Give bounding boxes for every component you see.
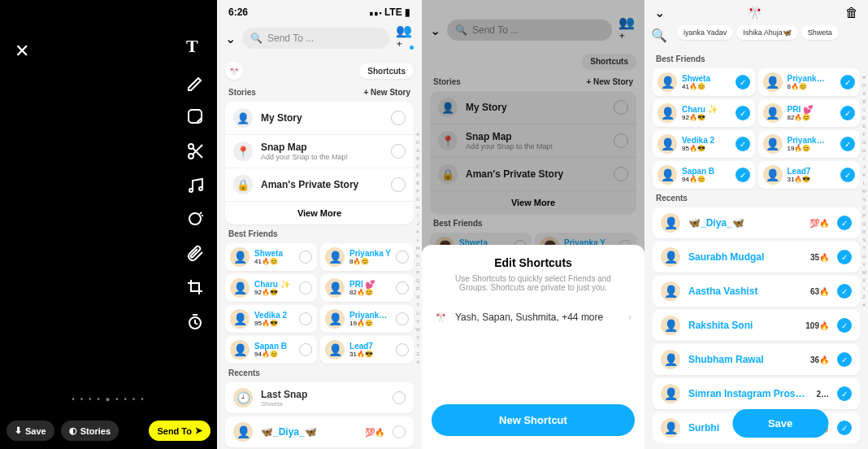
bf-cell[interactable]: 👤Vedika 295🔥😎✓ [653,130,755,158]
bf-cell[interactable]: 👤Priyank…8🔥😊✓ [758,68,861,96]
bf-cell[interactable]: 👤Shweta41🔥😊✓ [653,68,755,96]
crop-icon[interactable] [186,278,204,296]
check-icon[interactable]: ✓ [840,168,855,182]
recent-row[interactable]: 🕘Last SnapShweta [225,382,414,413]
select-ring[interactable] [391,144,406,159]
select-ring[interactable] [299,251,312,264]
search-icon: 🔍 [651,28,666,43]
select-ring[interactable] [391,177,406,192]
chevron-down-icon[interactable]: ⌄ [225,31,236,46]
view-more-button[interactable]: View More [225,201,414,224]
check-icon[interactable]: ✓ [736,106,750,120]
select-ring[interactable] [299,281,312,294]
select-ring[interactable] [391,111,406,125]
close-icon[interactable]: ✕ [15,41,29,62]
trash-icon[interactable]: 🗑 [845,6,858,20]
save-button[interactable]: Save [732,409,828,438]
select-ring[interactable] [396,312,409,325]
check-icon[interactable]: ✓ [837,352,852,367]
select-ring[interactable] [393,391,406,404]
recent-row[interactable]: 👤Rakshita Soni109🔥✓ [653,310,860,341]
top-bar: ⌄ 🎌 🗑 [644,0,868,25]
check-icon[interactable]: ✓ [837,250,852,264]
check-icon[interactable]: ✓ [840,106,855,120]
check-icon[interactable]: ✓ [736,137,750,151]
avatar: 👤 [233,108,253,128]
bf-cell[interactable]: 👤Sapan B94🔥😊✓ [653,161,755,189]
bf-cell[interactable]: 👤PRI 💕82🔥😊 [320,274,414,302]
bf-cell[interactable]: 👤Priyank…19🔥😊✓ [758,130,861,158]
shortcuts-button[interactable]: Shortcuts [359,63,414,79]
bf-cell[interactable]: 👤Sapan B94🔥😊 [225,336,317,364]
bf-cell[interactable]: 👤Shweta41🔥😊 [225,243,317,271]
avatar: 👤 [661,247,680,267]
check-icon[interactable]: ✓ [837,421,852,435]
pencil-icon[interactable] [186,73,204,91]
search-input[interactable]: 🔍Send To ... [242,28,389,49]
avatar: 👤 [658,103,677,123]
story-row[interactable]: 👤My Story [225,102,414,134]
avatar: 👤 [325,340,345,360]
select-ring[interactable] [396,343,409,356]
avatar: 👤 [233,422,253,442]
recent-row[interactable]: 👤Simran Instagram Prospect2…✓ [653,378,860,409]
bf-cell[interactable]: 👤PRI 💕82🔥😊✓ [758,99,861,127]
story-row[interactable]: 📍Snap MapAdd your Snap to the Map! [225,134,414,168]
svg-point-5 [189,213,201,224]
select-ring[interactable] [299,312,312,325]
attach-icon[interactable] [186,244,204,262]
bf-cell[interactable]: 👤Priyank…19🔥😊 [320,305,414,333]
chip[interactable]: Shweta [801,25,839,40]
recent-row[interactable]: 👤Saurabh Mudgal35🔥✓ [653,242,860,272]
chevron-down-icon[interactable]: ⌄ [654,5,665,20]
shortcut-flag-button[interactable]: 🎌 [225,62,243,80]
bf-cell[interactable]: 👤Vedika 295🔥😎 [225,305,317,333]
edit-shortcuts-sheet: Edit Shortcuts Use Shortcuts to quickly … [422,245,644,449]
recent-row[interactable]: 👤Shubham Rawal36🔥✓ [653,344,860,375]
chip[interactable]: iyanka Yadav [677,25,733,40]
bf-cell[interactable]: 👤Lead731🔥😎 [320,336,414,364]
recent-row[interactable]: 👤🦋_Diya_🦋💯🔥 [225,416,414,447]
search-icon: 🔍 [250,33,263,44]
bf-cell[interactable]: 👤Lead731🔥😎✓ [758,161,861,189]
select-ring[interactable] [396,281,409,294]
text-icon[interactable]: T [186,36,204,57]
check-icon[interactable]: ✓ [840,75,855,89]
sticker-icon[interactable] [186,107,204,125]
check-icon[interactable]: ✓ [837,386,852,401]
bestfriends-grid: 👤Shweta41🔥😊👤Priyanka Y8🔥😊👤Charu ✨92🔥😎👤PR… [217,243,422,364]
shortcut-row[interactable]: 🎌 Yash, Sapan, Sushmita, +44 more › [432,303,635,331]
check-icon[interactable]: ✓ [837,318,852,333]
check-icon[interactable]: ✓ [837,216,852,230]
recent-row[interactable]: 👤🦋_Diya_🦋💯🔥✓ [653,207,860,238]
alpha-scrollbar[interactable]: # O A B C D E F G H I J K L M N O P Q R … [415,130,420,366]
new-shortcut-button[interactable]: New Shortcut [432,404,635,436]
select-ring[interactable] [299,343,312,356]
select-ring[interactable] [396,251,409,264]
save-button[interactable]: ⬇Save [7,421,54,441]
check-icon[interactable]: ✓ [736,75,750,89]
new-story-button[interactable]: + New Story [363,88,410,97]
story-row[interactable]: 🔒Aman's Private Story [225,168,414,201]
sheet-title: Edit Shortcuts [432,256,635,269]
check-icon[interactable]: ✓ [736,168,750,182]
bf-cell[interactable]: 👤Charu ✨92🔥😎 [225,274,317,302]
timer-icon[interactable] [186,312,204,330]
alpha-scrollbar[interactable]: # O A B C D E F G H I J K L M N O P Q R … [861,73,866,309]
sendto-button[interactable]: Send To➤ [149,421,210,441]
stories-button[interactable]: ◐Stories [61,421,119,441]
check-icon[interactable]: ✓ [837,284,852,299]
link-sparkle-icon[interactable] [186,210,204,228]
scissors-icon[interactable] [186,142,204,159]
avatar: 👤 [230,278,250,298]
select-ring[interactable] [393,425,406,438]
bf-cell[interactable]: 👤Charu ✨92🔥😎✓ [653,99,755,127]
bf-cell[interactable]: 👤Priyanka Y8🔥😊 [320,243,414,271]
music-icon[interactable] [186,176,204,194]
chip[interactable]: Ishika Ahuja🦋 [736,25,798,40]
check-icon[interactable]: ✓ [840,137,855,151]
avatar: 👤 [325,278,345,298]
notification-dot [410,46,414,50]
recent-row[interactable]: 👤Aastha Vashist63🔥✓ [653,276,860,307]
recents-list: 🕘Last SnapShweta👤🦋_Diya_🦋💯🔥👤Saurabh Mudg… [225,382,414,449]
